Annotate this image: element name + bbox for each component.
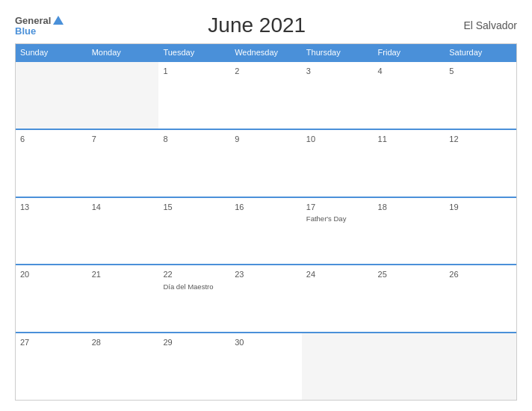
day-header: Thursday [302, 44, 374, 61]
country-label: El Salvador [450, 19, 517, 31]
logo-top-row: General [15, 16, 64, 26]
day-cell: 21 [87, 265, 159, 332]
day-number: 12 [449, 134, 512, 145]
day-number: 21 [92, 269, 155, 280]
day-number: 14 [92, 202, 155, 213]
day-cell [374, 333, 445, 400]
day-number: 23 [235, 269, 297, 280]
day-cell: 25 [374, 265, 445, 332]
logo-general: General [15, 16, 51, 25]
day-cell: 26 [445, 265, 516, 332]
day-cell: 7 [87, 130, 159, 197]
page: General Blue June 2021 El Salvador Sunda… [0, 0, 532, 411]
day-cell: 27 [16, 333, 87, 400]
day-headers-row: SundayMondayTuesdayWednesdayThursdayFrid… [16, 44, 516, 61]
day-cell: 15 [158, 198, 230, 265]
day-cell: 5 [445, 62, 516, 129]
day-number: 11 [378, 134, 441, 145]
day-cell [87, 62, 159, 129]
day-cell [302, 333, 374, 400]
day-header: Wednesday [230, 44, 302, 61]
day-cell: 22Día del Maestro [158, 265, 230, 332]
day-number: 24 [306, 269, 369, 280]
day-cell: 11 [374, 130, 445, 197]
header: General Blue June 2021 El Salvador [15, 13, 517, 37]
day-cell: 29 [158, 333, 230, 400]
day-cell [445, 333, 516, 400]
logo: General Blue [15, 16, 64, 36]
day-number: 13 [20, 202, 83, 213]
day-header: Friday [374, 44, 445, 61]
week-row: 27282930 [16, 332, 516, 400]
day-number: 4 [378, 66, 441, 77]
day-cell: 1 [158, 62, 230, 129]
day-cell: 9 [230, 130, 302, 197]
calendar-title: June 2021 [64, 13, 450, 37]
day-cell: 13 [16, 198, 87, 265]
day-cell: 12 [445, 130, 516, 197]
day-number: 27 [20, 337, 83, 348]
day-number: 5 [449, 66, 512, 77]
day-number: 22 [163, 269, 226, 280]
day-number: 25 [378, 269, 441, 280]
day-number: 2 [235, 66, 297, 77]
weeks-container: 1234567891011121314151617Father's Day181… [16, 61, 516, 400]
day-number: 17 [306, 202, 369, 213]
day-cell: 10 [302, 130, 374, 197]
day-header: Sunday [16, 44, 87, 61]
week-row: 12345 [16, 61, 516, 129]
day-cell: 18 [374, 198, 445, 265]
day-event: Father's Day [306, 214, 369, 223]
day-number: 26 [449, 269, 512, 280]
day-number: 3 [306, 66, 369, 77]
day-cell: 3 [302, 62, 374, 129]
day-cell: 17Father's Day [302, 198, 374, 265]
day-header: Monday [87, 44, 159, 61]
day-cell: 14 [87, 198, 159, 265]
day-header: Tuesday [158, 44, 230, 61]
day-number: 7 [92, 134, 155, 145]
week-row: 202122Día del Maestro23242526 [16, 264, 516, 332]
logo-blue: Blue [15, 26, 36, 36]
day-cell: 16 [230, 198, 302, 265]
day-cell: 8 [158, 130, 230, 197]
day-event: Día del Maestro [163, 282, 226, 291]
day-cell: 20 [16, 265, 87, 332]
day-cell: 24 [302, 265, 374, 332]
day-number: 29 [163, 337, 226, 348]
day-cell [16, 62, 87, 129]
day-number: 20 [20, 269, 83, 280]
day-number: 8 [163, 134, 226, 145]
week-row: 1314151617Father's Day1819 [16, 197, 516, 265]
day-number: 6 [20, 134, 83, 145]
calendar: SundayMondayTuesdayWednesdayThursdayFrid… [15, 43, 517, 401]
day-cell: 28 [87, 333, 159, 400]
day-number: 10 [306, 134, 369, 145]
day-number: 18 [378, 202, 441, 213]
day-number: 28 [92, 337, 155, 348]
day-cell: 4 [374, 62, 445, 129]
day-cell: 23 [230, 265, 302, 332]
logo-triangle-icon [53, 16, 64, 25]
day-cell: 19 [445, 198, 516, 265]
day-cell: 2 [230, 62, 302, 129]
day-number: 9 [235, 134, 297, 145]
day-number: 16 [235, 202, 297, 213]
day-header: Saturday [445, 44, 516, 61]
day-number: 19 [449, 202, 512, 213]
day-number: 15 [163, 202, 226, 213]
day-cell: 30 [230, 333, 302, 400]
logo-block: General Blue [15, 16, 64, 36]
week-row: 6789101112 [16, 129, 516, 197]
day-cell: 6 [16, 130, 87, 197]
day-number: 1 [163, 66, 226, 77]
day-number: 30 [235, 337, 297, 348]
